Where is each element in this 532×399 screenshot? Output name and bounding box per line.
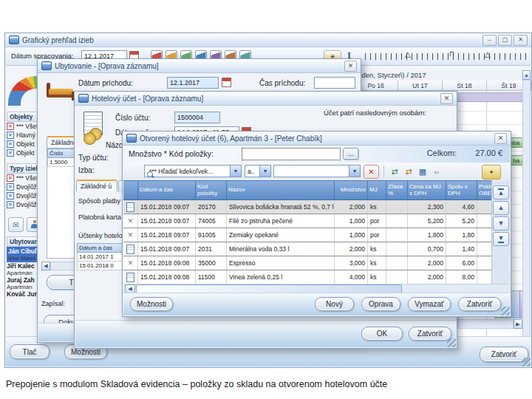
tab-zakladne[interactable]: Základné ú xyxy=(76,180,117,191)
resize-grip[interactable] xyxy=(447,338,456,347)
column-header-0[interactable] xyxy=(123,181,138,200)
sidebar-item-label: *** Všet xyxy=(16,123,38,130)
grid-hscroll-left-icon[interactable]: ◀ xyxy=(41,262,50,270)
transfer-in-icon[interactable]: ⇄ xyxy=(403,166,415,177)
cell-discount xyxy=(386,256,408,270)
column-header-5[interactable]: MJ xyxy=(368,181,386,200)
gantt-hscroll-right-icon[interactable]: ▶ xyxy=(514,319,522,329)
account-icon xyxy=(82,112,107,141)
ruler-bed-icon[interactable]: ⊓ xyxy=(449,50,454,58)
expand-columns-icon[interactable]: ⇔ xyxy=(431,166,443,177)
timeline-day-2[interactable]: St 18 xyxy=(443,81,487,91)
main-window-titlebar[interactable]: Grafický prehľad izieb – ▢ ✕ xyxy=(5,33,531,47)
column-header-7[interactable]: Cena za MJ s DPH xyxy=(408,181,446,200)
new-button[interactable]: Nový xyxy=(315,297,354,311)
resize-grip[interactable] xyxy=(522,358,531,366)
mini-table-header[interactable]: Dátum a čas xyxy=(77,243,123,253)
account-number-field[interactable]: 1500004 xyxy=(174,112,220,123)
table-row[interactable]: ✕15.01.2018 09:0835000Espresso3,000ks2,0… xyxy=(123,256,492,270)
transfer-out-icon[interactable]: ⇄ xyxy=(389,166,400,177)
mail-button[interactable]: ✉ xyxy=(8,217,24,232)
items-table: Dátum a časKód položkyNázovMnožstvoMJZľa… xyxy=(123,180,492,284)
ruler-marker2-icon[interactable]: △ xyxy=(485,50,491,58)
maximize-icon[interactable]: ▢ xyxy=(498,35,512,46)
gantt-hscroll-track[interactable] xyxy=(457,319,514,329)
column-header-1[interactable]: Dátum a čas xyxy=(138,181,196,200)
column-header-3[interactable]: Názov xyxy=(227,181,335,200)
cell-unit: por xyxy=(368,228,386,242)
column-header-9[interactable]: Pokladník OBERON xyxy=(477,181,492,200)
close-icon[interactable]: ✕ xyxy=(514,35,528,46)
table-row[interactable]: ✕15.01.2018 09:0774005Filé zo pstruha pe… xyxy=(123,214,492,228)
print-button[interactable]: Tlač xyxy=(10,344,50,359)
cell-datetime: 15.01.2018 09:08 xyxy=(138,270,196,284)
checkbox-icon[interactable]: ✕ xyxy=(7,183,14,191)
cell-datetime: 15.01.2018 09:07 xyxy=(138,214,196,228)
browse-button[interactable]: ... xyxy=(343,148,358,160)
close-icon[interactable]: ✕ xyxy=(440,93,453,104)
ok-button[interactable]: OK xyxy=(361,327,403,341)
hotelovy-ucet-titlebar[interactable]: Hotelový účet - [Oprava záznamu] ✕ xyxy=(75,92,457,106)
column-header-8[interactable]: Spolu s DPH xyxy=(446,181,477,200)
quantity-code-input[interactable] xyxy=(242,148,341,160)
checkbox-icon[interactable]: ✕ xyxy=(7,149,14,157)
gantt-vscroll-track[interactable] xyxy=(522,80,531,337)
table-row[interactable]: 15.01.2018 09:0811500Vinea zelená 0,25 l… xyxy=(123,270,492,284)
prev-record-icon[interactable]: ▲ xyxy=(493,201,509,215)
table-row[interactable]: 15.01.2018 09:072031Minerálna voda 0,33 … xyxy=(123,242,492,256)
cell-name: Minerálna voda 0,33 l xyxy=(227,242,335,256)
cell-cashier xyxy=(477,228,492,242)
checkbox-icon[interactable]: ✕ xyxy=(7,192,14,200)
close-dialog-button[interactable]: Zatvoriť xyxy=(458,297,501,311)
edit-button[interactable]: Oprava xyxy=(361,297,400,311)
operator-combo[interactable]: a.. ▼ xyxy=(245,165,271,177)
ubytovanie-titlebar[interactable]: Ubytovanie - [Oprava záznamu] ✕ xyxy=(38,59,361,73)
chevron-down-icon[interactable]: ▼ xyxy=(349,166,360,177)
close-icon[interactable]: ✕ xyxy=(494,133,507,144)
receipts-mini-table[interactable]: Dátum a čas 14.01.2017 115.01.2018 0 xyxy=(77,243,123,270)
column-header-4[interactable]: Množstvo xyxy=(335,181,368,200)
timeline-day-1[interactable]: Ut 17 xyxy=(398,81,443,91)
checkbox-icon[interactable]: ✕ xyxy=(7,123,14,130)
minimize-icon[interactable]: – xyxy=(482,35,497,46)
grid-view-icon[interactable]: ▦ xyxy=(417,166,429,177)
arrival-date-field[interactable]: 12.1.2017 xyxy=(167,77,219,89)
ruler-marker-icon[interactable]: △ xyxy=(405,50,411,58)
resize-grip[interactable] xyxy=(501,307,510,316)
cell-price: 2,000 xyxy=(408,256,446,270)
checkbox-icon[interactable]: ✕ xyxy=(7,201,14,208)
bed-icon xyxy=(47,83,75,102)
mini-table-row[interactable]: 14.01.2017 1 xyxy=(77,253,123,262)
items-dialog-title: Otvorený hotelový účet (6), Apartmán 3 -… xyxy=(140,134,322,143)
cell-discount xyxy=(386,200,408,214)
delete-button[interactable]: Vymazať xyxy=(408,297,451,311)
checkbox-icon[interactable]: ✕ xyxy=(7,140,14,148)
cell-price: 2,000 xyxy=(408,270,446,284)
close-dialog-button[interactable]: Zatvoriť xyxy=(409,327,451,341)
payment-terminal-icon[interactable]: ✦ xyxy=(482,165,501,180)
table-row[interactable]: 15.01.2018 09:0720170Slivovica bošácka h… xyxy=(123,200,492,214)
items-dialog-titlebar[interactable]: Otvorený hotelový účet (6), Apartmán 3 -… xyxy=(123,132,511,146)
column-header-6[interactable]: Zľava % xyxy=(386,181,408,200)
arrival-time-field[interactable] xyxy=(314,77,355,89)
chevron-down-icon[interactable]: ▼ xyxy=(259,166,270,177)
checkbox-icon[interactable]: ✕ xyxy=(7,132,14,139)
next-record-icon[interactable]: ▼ xyxy=(493,216,509,231)
column-header-2[interactable]: Kód položky xyxy=(196,181,227,200)
items-table-header[interactable]: Dátum a časKód položkyNázovMnožstvoMJZľa… xyxy=(123,180,492,200)
options-button[interactable]: Možnosti xyxy=(130,297,173,311)
last-record-icon[interactable]: ▼ xyxy=(493,232,509,246)
timeline-ruler[interactable] xyxy=(365,53,526,60)
search-combo[interactable]: *** Hľadať kdekoľvek... ▼ xyxy=(144,165,242,177)
checkbox-icon[interactable]: ✕ xyxy=(7,174,14,182)
clear-filter-button[interactable]: ✕ xyxy=(364,165,379,179)
calendar-icon[interactable] xyxy=(222,78,231,87)
chevron-down-icon[interactable]: ▼ xyxy=(230,166,241,177)
search-value-combo[interactable]: ▼ xyxy=(273,165,361,177)
cell-discount xyxy=(386,270,408,284)
gantt-vscroll-up-icon[interactable]: ▲ xyxy=(522,70,531,80)
first-record-icon[interactable]: ▲ xyxy=(493,185,509,200)
table-row[interactable]: ✕15.01.2018 09:0791005Zemiaky opekané1,0… xyxy=(123,228,492,242)
mini-table-row[interactable]: 15.01.2018 0 xyxy=(77,262,123,270)
close-icon[interactable]: ✕ xyxy=(344,61,357,72)
